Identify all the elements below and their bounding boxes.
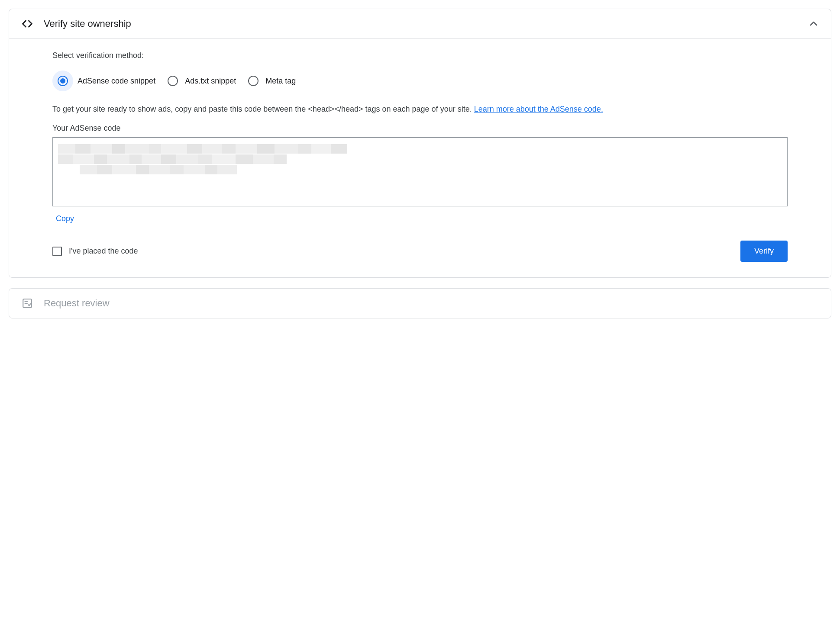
- instruction-prefix: To get your site ready to show ads, copy…: [52, 105, 474, 113]
- verify-button[interactable]: Verify: [740, 241, 788, 262]
- verify-card-header[interactable]: Verify site ownership: [9, 9, 831, 39]
- footer-row: I've placed the code Verify: [52, 241, 788, 262]
- radio-circle-icon: [168, 76, 178, 86]
- checklist-icon: [21, 297, 33, 309]
- code-icon: [21, 18, 33, 30]
- placed-code-checkbox[interactable]: I've placed the code: [52, 247, 138, 256]
- instruction-text: To get your site ready to show ads, copy…: [52, 103, 788, 115]
- method-label: Select verification method:: [52, 51, 788, 60]
- verify-ownership-card: Verify site ownership Select verificatio…: [9, 9, 831, 278]
- radio-label: Ads.txt snippet: [185, 77, 236, 86]
- radio-label: AdSense code snippet: [78, 77, 155, 86]
- copy-button[interactable]: Copy: [52, 214, 74, 223]
- verify-card-title: Verify site ownership: [44, 18, 808, 29]
- radio-adsense-code-snippet[interactable]: AdSense code snippet: [52, 71, 155, 91]
- verification-method-radio-group: AdSense code snippet Ads.txt snippet Met…: [52, 71, 788, 91]
- radio-circle-icon: [248, 76, 258, 86]
- radio-circle-icon: [58, 76, 68, 86]
- verify-card-body: Select verification method: AdSense code…: [9, 39, 831, 277]
- redacted-code-placeholder: [58, 144, 782, 174]
- chevron-up-icon: [808, 19, 819, 29]
- code-label: Your AdSense code: [52, 124, 788, 133]
- radio-selected-halo: [52, 71, 73, 91]
- checkbox-label: I've placed the code: [69, 247, 138, 256]
- radio-ads-txt-snippet[interactable]: Ads.txt snippet: [168, 76, 236, 86]
- review-card-header[interactable]: Request review: [9, 289, 831, 318]
- radio-label: Meta tag: [265, 77, 296, 86]
- review-card-title: Request review: [44, 298, 819, 309]
- radio-meta-tag[interactable]: Meta tag: [248, 76, 296, 86]
- learn-more-link[interactable]: Learn more about the AdSense code.: [474, 105, 603, 113]
- request-review-card: Request review: [9, 288, 831, 318]
- adsense-code-box[interactable]: [52, 137, 788, 206]
- checkbox-icon: [52, 247, 62, 256]
